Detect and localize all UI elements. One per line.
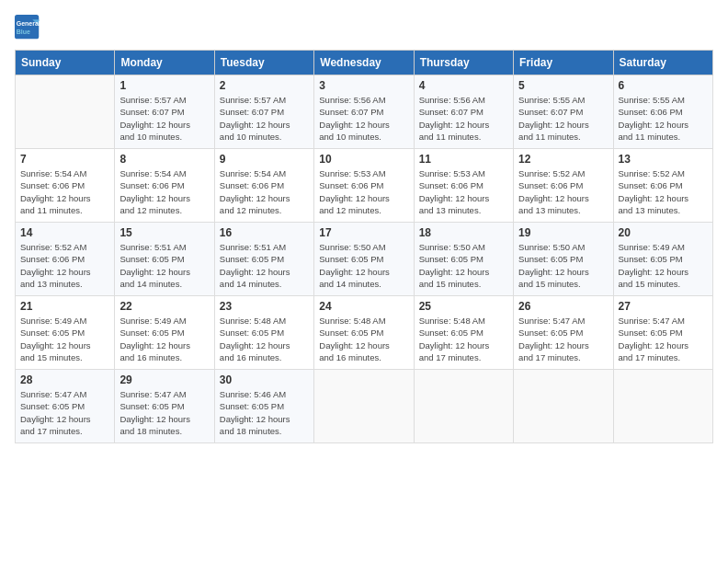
day-info: Sunrise: 5:48 AMSunset: 6:05 PMDaylight:… <box>319 315 408 363</box>
day-number: 21 <box>20 300 109 313</box>
calendar-cell: 5Sunrise: 5:55 AMSunset: 6:07 PMDaylight… <box>514 75 613 149</box>
calendar-week-row: 28Sunrise: 5:47 AMSunset: 6:05 PMDayligh… <box>16 370 713 443</box>
day-number: 16 <box>220 226 309 239</box>
day-number: 7 <box>20 153 109 166</box>
day-info: Sunrise: 5:48 AMSunset: 6:05 PMDaylight:… <box>419 315 508 363</box>
calendar-cell: 20Sunrise: 5:49 AMSunset: 6:05 PMDayligh… <box>613 223 712 296</box>
day-number: 29 <box>119 373 209 386</box>
calendar-cell: 4Sunrise: 5:56 AMSunset: 6:07 PMDaylight… <box>414 75 513 149</box>
calendar-cell: 17Sunrise: 5:50 AMSunset: 6:05 PMDayligh… <box>314 223 414 296</box>
weekday-header-monday: Monday <box>115 51 214 75</box>
calendar-cell <box>314 370 414 443</box>
day-info: Sunrise: 5:53 AMSunset: 6:06 PMDaylight:… <box>319 167 408 216</box>
calendar-cell: 1Sunrise: 5:57 AMSunset: 6:07 PMDaylight… <box>115 75 214 149</box>
day-number: 20 <box>619 226 708 239</box>
calendar-week-row: 14Sunrise: 5:52 AMSunset: 6:06 PMDayligh… <box>16 223 713 296</box>
calendar-cell: 14Sunrise: 5:52 AMSunset: 6:06 PMDayligh… <box>16 223 115 296</box>
calendar-cell: 22Sunrise: 5:49 AMSunset: 6:05 PMDayligh… <box>115 296 214 370</box>
day-info: Sunrise: 5:48 AMSunset: 6:05 PMDaylight:… <box>220 315 309 363</box>
day-number: 25 <box>419 300 508 313</box>
day-info: Sunrise: 5:53 AMSunset: 6:06 PMDaylight:… <box>419 167 508 216</box>
day-info: Sunrise: 5:46 AMSunset: 6:05 PMDaylight:… <box>220 388 309 437</box>
day-info: Sunrise: 5:57 AMSunset: 6:07 PMDaylight:… <box>220 94 309 143</box>
day-number: 28 <box>20 373 109 386</box>
calendar-cell: 27Sunrise: 5:47 AMSunset: 6:05 PMDayligh… <box>613 296 712 370</box>
calendar-cell: 19Sunrise: 5:50 AMSunset: 6:05 PMDayligh… <box>514 223 613 296</box>
calendar-cell: 18Sunrise: 5:50 AMSunset: 6:05 PMDayligh… <box>414 223 513 296</box>
calendar-cell: 13Sunrise: 5:52 AMSunset: 6:06 PMDayligh… <box>613 149 712 223</box>
day-number: 30 <box>220 373 309 386</box>
calendar-cell <box>16 75 115 149</box>
day-number: 23 <box>220 300 309 313</box>
calendar-cell: 28Sunrise: 5:47 AMSunset: 6:05 PMDayligh… <box>16 370 115 443</box>
day-info: Sunrise: 5:50 AMSunset: 6:05 PMDaylight:… <box>319 241 408 290</box>
calendar-cell: 29Sunrise: 5:47 AMSunset: 6:05 PMDayligh… <box>115 370 214 443</box>
calendar-cell: 16Sunrise: 5:51 AMSunset: 6:05 PMDayligh… <box>214 223 313 296</box>
day-number: 11 <box>419 153 508 166</box>
calendar-cell: 21Sunrise: 5:49 AMSunset: 6:05 PMDayligh… <box>16 296 115 370</box>
calendar-cell <box>514 370 613 443</box>
day-info: Sunrise: 5:47 AMSunset: 6:05 PMDaylight:… <box>20 388 109 437</box>
weekday-header-row: SundayMondayTuesdayWednesdayThursdayFrid… <box>16 51 713 75</box>
day-info: Sunrise: 5:54 AMSunset: 6:06 PMDaylight:… <box>220 167 309 216</box>
calendar-week-row: 7Sunrise: 5:54 AMSunset: 6:06 PMDaylight… <box>16 149 713 223</box>
day-info: Sunrise: 5:56 AMSunset: 6:07 PMDaylight:… <box>319 94 408 143</box>
calendar-cell: 11Sunrise: 5:53 AMSunset: 6:06 PMDayligh… <box>414 149 513 223</box>
day-number: 14 <box>20 226 109 239</box>
day-info: Sunrise: 5:55 AMSunset: 6:07 PMDaylight:… <box>518 94 608 143</box>
day-info: Sunrise: 5:50 AMSunset: 6:05 PMDaylight:… <box>419 241 508 290</box>
day-number: 4 <box>419 79 508 92</box>
calendar-cell: 25Sunrise: 5:48 AMSunset: 6:05 PMDayligh… <box>414 296 513 370</box>
day-number: 12 <box>518 153 608 166</box>
weekday-header-friday: Friday <box>514 51 613 75</box>
svg-text:General: General <box>17 20 40 27</box>
day-number: 2 <box>220 79 309 92</box>
calendar-cell: 6Sunrise: 5:55 AMSunset: 6:06 PMDaylight… <box>613 75 712 149</box>
calendar-cell: 9Sunrise: 5:54 AMSunset: 6:06 PMDaylight… <box>214 149 313 223</box>
day-info: Sunrise: 5:56 AMSunset: 6:07 PMDaylight:… <box>419 94 508 143</box>
day-info: Sunrise: 5:52 AMSunset: 6:06 PMDaylight:… <box>20 241 109 290</box>
weekday-header-tuesday: Tuesday <box>214 51 313 75</box>
day-number: 10 <box>319 153 408 166</box>
logo-icon: General Blue <box>15 15 40 40</box>
day-number: 5 <box>518 79 608 92</box>
day-number: 6 <box>619 79 708 92</box>
day-info: Sunrise: 5:57 AMSunset: 6:07 PMDaylight:… <box>119 94 209 143</box>
page-header: General Blue <box>15 15 713 40</box>
calendar-week-row: 1Sunrise: 5:57 AMSunset: 6:07 PMDaylight… <box>16 75 713 149</box>
calendar-cell: 26Sunrise: 5:47 AMSunset: 6:05 PMDayligh… <box>514 296 613 370</box>
day-info: Sunrise: 5:54 AMSunset: 6:06 PMDaylight:… <box>119 167 209 216</box>
calendar-cell: 7Sunrise: 5:54 AMSunset: 6:06 PMDaylight… <box>16 149 115 223</box>
day-info: Sunrise: 5:50 AMSunset: 6:05 PMDaylight:… <box>518 241 608 290</box>
day-number: 18 <box>419 226 508 239</box>
day-info: Sunrise: 5:49 AMSunset: 6:05 PMDaylight:… <box>619 241 708 290</box>
calendar-week-row: 21Sunrise: 5:49 AMSunset: 6:05 PMDayligh… <box>16 296 713 370</box>
day-number: 1 <box>119 79 209 92</box>
calendar-table: SundayMondayTuesdayWednesdayThursdayFrid… <box>15 50 713 443</box>
calendar-cell <box>613 370 712 443</box>
day-number: 8 <box>119 153 209 166</box>
day-number: 22 <box>119 300 209 313</box>
day-info: Sunrise: 5:49 AMSunset: 6:05 PMDaylight:… <box>119 315 209 363</box>
calendar-cell: 24Sunrise: 5:48 AMSunset: 6:05 PMDayligh… <box>314 296 414 370</box>
calendar-cell: 30Sunrise: 5:46 AMSunset: 6:05 PMDayligh… <box>214 370 313 443</box>
svg-text:Blue: Blue <box>17 29 30 35</box>
day-number: 9 <box>220 153 309 166</box>
day-number: 15 <box>119 226 209 239</box>
day-number: 17 <box>319 226 408 239</box>
day-number: 3 <box>319 79 408 92</box>
day-info: Sunrise: 5:54 AMSunset: 6:06 PMDaylight:… <box>20 167 109 216</box>
day-info: Sunrise: 5:52 AMSunset: 6:06 PMDaylight:… <box>518 167 608 216</box>
calendar-cell: 15Sunrise: 5:51 AMSunset: 6:05 PMDayligh… <box>115 223 214 296</box>
day-info: Sunrise: 5:47 AMSunset: 6:05 PMDaylight:… <box>119 388 209 437</box>
calendar-cell: 8Sunrise: 5:54 AMSunset: 6:06 PMDaylight… <box>115 149 214 223</box>
calendar-cell: 23Sunrise: 5:48 AMSunset: 6:05 PMDayligh… <box>214 296 313 370</box>
day-info: Sunrise: 5:52 AMSunset: 6:06 PMDaylight:… <box>619 167 708 216</box>
day-info: Sunrise: 5:55 AMSunset: 6:06 PMDaylight:… <box>619 94 708 143</box>
day-number: 27 <box>619 300 708 313</box>
calendar-cell <box>414 370 513 443</box>
day-info: Sunrise: 5:47 AMSunset: 6:05 PMDaylight:… <box>518 315 608 363</box>
weekday-header-sunday: Sunday <box>16 51 115 75</box>
day-info: Sunrise: 5:49 AMSunset: 6:05 PMDaylight:… <box>20 315 109 363</box>
calendar-cell: 2Sunrise: 5:57 AMSunset: 6:07 PMDaylight… <box>214 75 313 149</box>
